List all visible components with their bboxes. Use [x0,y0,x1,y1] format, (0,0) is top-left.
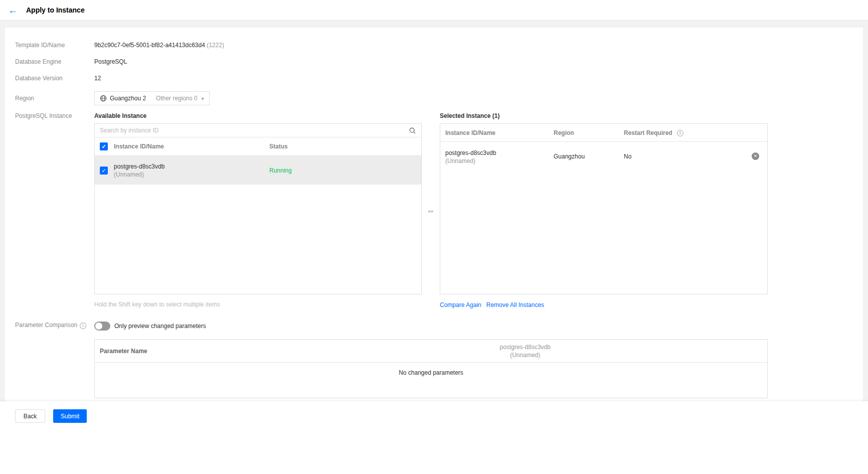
col-instance-id: Instance ID/Name [114,143,164,150]
submit-button[interactable]: Submit [53,409,87,423]
version-label: Database Version [15,75,94,82]
instance-search-input[interactable] [100,127,409,134]
multi-select-hint: Hold the Shift key down to select multip… [94,301,422,308]
available-column: Available Instance ✓ Instance ID/Name St… [94,112,422,308]
engine-label: Database Engine [15,58,94,65]
region-current: Guangzhou 2 [110,95,146,102]
col-parameter-name: Parameter Name [100,348,147,355]
region-row: Region Guangzhou 2 Other regions 0 ▾ [15,91,853,105]
search-row [95,124,421,137]
sel-col-instance-id: Instance ID/Name [445,129,495,136]
form-card: Template ID/Name 9b2c90c7-0ef5-5001-bf82… [5,28,863,401]
remove-instance-icon[interactable]: ✕ [752,152,759,160]
col-instance-header-id: postgres-d8sc3vdb [500,343,551,351]
region-other: Other regions 0 [156,95,198,102]
engine-row: Database Engine PostgreSQL [15,58,853,65]
chevron-down-icon: ▾ [202,96,204,101]
instance-row: PostgreSQL Instance Available Instance [15,112,853,308]
instance-transfer: Available Instance ✓ Instance ID/Name St… [94,112,768,308]
restart-required-text: Restart Required [624,129,672,136]
col-instance-header-name: (Unnamed) [500,351,551,359]
parameter-table-empty: No changed parameters [95,363,767,398]
sel-col-region: Region [554,129,574,136]
globe-icon [100,95,107,102]
transfer-arrow-icon: ⇔ [422,206,440,215]
selected-column: Selected Instance (1) Instance ID/Name R… [440,112,768,308]
selected-panel: Instance ID/Name Region Restart Required… [440,123,768,294]
preview-changed-toggle[interactable] [94,322,110,331]
col-instance-header: postgres-d8sc3vdb (Unnamed) [500,343,551,359]
comparison-label: Parameter Comparisoni [15,322,94,329]
back-button[interactable]: ← [8,6,18,15]
available-title: Available Instance [94,112,422,119]
restart-info-icon[interactable]: i [677,130,683,136]
top-bar: ← Apply to Instance [0,0,868,21]
page-title: Apply to Instance [26,6,85,14]
template-value: 9b2c90c7-0ef5-5001-bf82-a41413dc63d4 (12… [94,42,224,49]
back-button-bottom[interactable]: Back [15,409,45,423]
engine-value: PostgreSQL [94,58,127,65]
template-id-text: 9b2c90c7-0ef5-5001-bf82-a41413dc63d4 [94,42,205,49]
available-instance-row[interactable]: ✓ postgres-d8sc3vdb (Unnamed) Running [95,156,421,185]
region-label: Region [15,95,94,102]
sel-instance-name: (Unnamed) [445,157,496,165]
compare-again-link[interactable]: Compare Again [440,301,481,308]
selected-title: Selected Instance (1) [440,112,768,119]
comparison-info-icon[interactable]: i [80,323,86,329]
template-label: Template ID/Name [15,42,94,49]
comparison-label-text: Parameter Comparison [15,322,77,329]
action-bar: Back Submit [0,401,868,474]
select-all-checkbox[interactable]: ✓ [100,142,108,150]
toggle-knob [95,323,102,330]
back-arrow-icon: ← [8,5,18,16]
selected-links: Compare Again Remove All Instances [440,301,768,308]
available-table-header: ✓ Instance ID/Name Status [95,137,421,156]
row-checkbox[interactable]: ✓ [100,167,108,175]
col-status: Status [269,143,288,150]
sel-instance-id: postgres-d8sc3vdb [445,149,496,157]
region-select[interactable]: Guangzhou 2 Other regions 0 ▾ [94,91,210,105]
parameter-table: Parameter Name postgres-d8sc3vdb (Unname… [94,339,768,398]
template-row: Template ID/Name 9b2c90c7-0ef5-5001-bf82… [15,42,853,49]
parameter-table-header: Parameter Name postgres-d8sc3vdb (Unname… [95,340,767,363]
sel-instance-id-name: postgres-d8sc3vdb (Unnamed) [445,149,496,165]
sel-instance-restart: No [624,153,631,160]
selected-instance-row: postgres-d8sc3vdb (Unnamed) Guangzhou No… [440,142,767,171]
template-suffix: (1222) [207,42,224,49]
available-panel: ✓ Instance ID/Name Status ✓ postgres-d8s… [94,123,422,294]
instance-id-name: postgres-d8sc3vdb (Unnamed) [114,163,164,179]
page-body: Template ID/Name 9b2c90c7-0ef5-5001-bf82… [0,21,868,401]
status-badge: Running [269,167,292,174]
selected-table-header: Instance ID/Name Region Restart Required… [440,124,767,142]
search-icon[interactable] [409,127,416,134]
remove-all-link[interactable]: Remove All Instances [486,301,544,308]
version-value: 12 [94,75,101,82]
instance-name: (Unnamed) [114,171,164,179]
sel-col-restart: Restart Required i [624,129,683,136]
toggle-label: Only preview changed parameters [114,323,206,330]
comparison-row: Parameter Comparisoni Only preview chang… [15,322,853,331]
sel-instance-region: Guangzhou [554,153,585,160]
version-row: Database Version 12 [15,75,853,82]
comparison-toggle-wrap: Only preview changed parameters [94,322,206,331]
instance-id: postgres-d8sc3vdb [114,163,164,171]
instance-label: PostgreSQL Instance [15,112,94,119]
